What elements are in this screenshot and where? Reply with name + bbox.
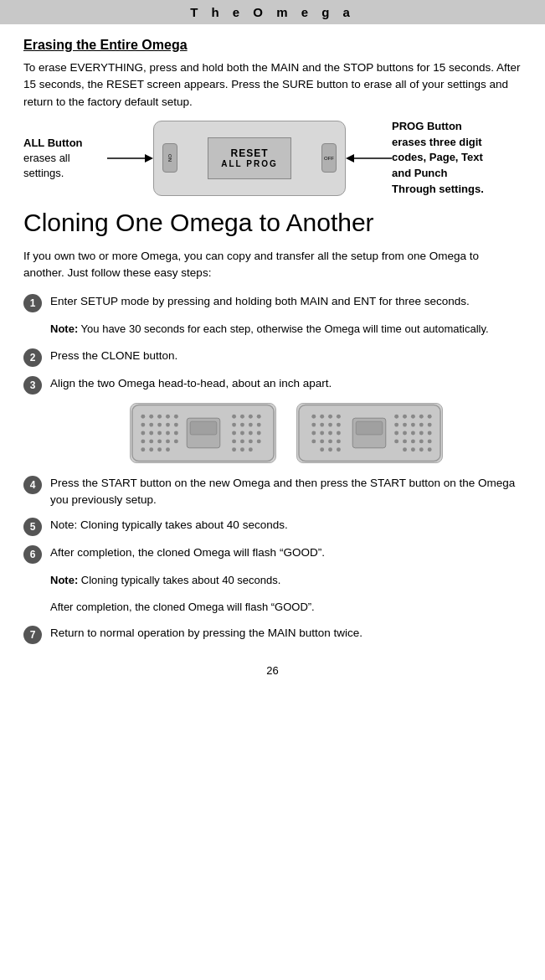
svg-point-54 <box>403 415 407 419</box>
svg-point-71 <box>427 447 431 451</box>
svg-point-55 <box>394 415 398 419</box>
svg-point-40 <box>239 431 244 435</box>
note-2-text: Cloning typically takes about 40 seconds… <box>81 574 280 586</box>
svg-point-14 <box>173 423 177 427</box>
erase-section-title: Erasing the Entire Omega <box>23 38 522 53</box>
step-7-number: 7 <box>23 626 42 644</box>
off-button: OFF <box>321 143 337 173</box>
svg-point-56 <box>427 423 431 427</box>
svg-point-39 <box>232 431 236 435</box>
svg-point-21 <box>149 439 153 443</box>
svg-point-37 <box>248 423 252 427</box>
omega-device-left <box>130 403 276 463</box>
step-5: 5 Note: Cloning typically takes about 40… <box>23 517 522 536</box>
step-7: 7 Return to normal operation by pressing… <box>23 625 522 644</box>
svg-point-90 <box>328 439 332 443</box>
svg-point-60 <box>394 423 398 427</box>
svg-point-10 <box>141 423 145 427</box>
svg-point-33 <box>248 415 252 419</box>
svg-point-35 <box>232 423 236 427</box>
svg-point-26 <box>149 447 153 451</box>
page-number: 26 <box>23 664 522 690</box>
erase-body-text: To erase EVERYTHING, press and hold both… <box>23 59 522 111</box>
svg-point-19 <box>173 431 177 435</box>
svg-point-57 <box>419 423 423 427</box>
svg-point-74 <box>403 447 407 451</box>
svg-point-69 <box>403 439 407 443</box>
step-4: 4 Press the START button on the new Omeg… <box>23 475 522 509</box>
omega-device-right <box>296 403 443 463</box>
svg-point-92 <box>311 439 316 443</box>
svg-marker-3 <box>346 154 354 162</box>
svg-point-72 <box>419 447 423 451</box>
svg-rect-76 <box>356 421 383 435</box>
svg-point-65 <box>394 431 398 435</box>
svg-point-12 <box>157 423 162 427</box>
clone-section-title: Cloning One Omega to Another <box>23 208 522 238</box>
erase-section: Erasing the Entire Omega To erase EVERYT… <box>23 38 522 198</box>
step-6: 6 After completion, the cloned Omega wil… <box>23 544 522 564</box>
clone-intro-text: If you own two or more Omega, you can co… <box>23 248 522 282</box>
svg-point-7 <box>157 415 162 419</box>
svg-point-46 <box>256 439 260 443</box>
svg-point-63 <box>410 431 414 435</box>
step-1-text: Enter SETUP mode by pressing and holding… <box>50 293 522 310</box>
arrow-left-icon <box>107 146 153 171</box>
step-6-number: 6 <box>23 545 42 564</box>
svg-point-41 <box>248 431 252 435</box>
svg-point-59 <box>403 423 407 427</box>
all-button-label: ALL Button erases all settings. <box>23 136 107 182</box>
svg-point-64 <box>403 431 407 435</box>
svg-point-49 <box>248 447 252 451</box>
svg-point-61 <box>427 431 431 435</box>
svg-point-25 <box>141 447 145 451</box>
svg-point-28 <box>166 447 170 451</box>
svg-point-77 <box>336 415 340 419</box>
svg-point-81 <box>336 423 340 427</box>
svg-point-27 <box>157 447 162 451</box>
svg-point-58 <box>410 423 414 427</box>
svg-rect-30 <box>190 421 217 435</box>
on-button: ON <box>162 143 177 173</box>
svg-point-34 <box>256 415 260 419</box>
svg-point-43 <box>232 439 236 443</box>
step-2-number: 2 <box>23 348 42 367</box>
note-2: Note: Cloning typically takes about 40 s… <box>50 572 522 589</box>
note-3: After completion, the cloned Omega will … <box>50 599 522 616</box>
omega-device-right-svg <box>297 403 442 463</box>
svg-point-32 <box>239 415 244 419</box>
svg-point-94 <box>328 447 332 451</box>
svg-point-73 <box>410 447 414 451</box>
svg-point-5 <box>141 415 145 419</box>
svg-point-24 <box>173 439 177 443</box>
svg-point-16 <box>149 431 153 435</box>
svg-point-95 <box>320 447 324 451</box>
svg-point-31 <box>232 415 236 419</box>
page-header: T h e O m e g a <box>0 0 545 24</box>
svg-point-91 <box>320 439 324 443</box>
svg-point-8 <box>166 415 170 419</box>
step-2: 2 Press the CLONE button. <box>23 348 522 367</box>
svg-point-45 <box>248 439 252 443</box>
reset-device-image: ON RESET ALL PROG OFF <box>153 121 346 196</box>
svg-point-62 <box>419 431 423 435</box>
step-4-number: 4 <box>23 476 42 494</box>
step-3-text: Align the two Omega head-to-head, about … <box>50 375 522 392</box>
svg-point-70 <box>394 439 398 443</box>
svg-point-44 <box>239 439 244 443</box>
svg-point-18 <box>166 431 170 435</box>
svg-point-86 <box>328 431 332 435</box>
svg-point-15 <box>141 431 145 435</box>
step-5-text: Note: Cloning typically takes about 40 s… <box>50 517 522 534</box>
svg-point-67 <box>419 439 423 443</box>
step-1: 1 Enter SETUP mode by pressing and holdi… <box>23 293 522 312</box>
step-1-number: 1 <box>23 294 42 312</box>
svg-point-89 <box>336 439 340 443</box>
step-5-number: 5 <box>23 518 42 536</box>
step-3: 3 Align the two Omega head-to-head, abou… <box>23 375 522 395</box>
svg-point-20 <box>141 439 145 443</box>
clone-devices-image <box>50 403 522 463</box>
erase-image-row: ALL Button erases all settings. ON RESET… <box>23 119 522 198</box>
svg-point-84 <box>311 423 316 427</box>
step-6-text: After completion, the cloned Omega will … <box>50 544 522 561</box>
